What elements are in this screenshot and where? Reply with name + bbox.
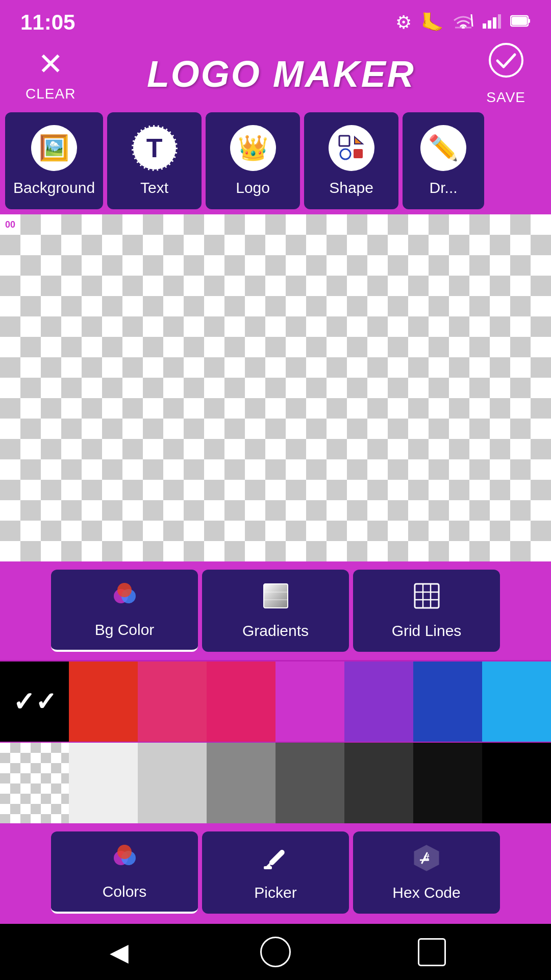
svg-rect-30 (268, 849, 285, 866)
picker-label: Picker (254, 884, 296, 901)
svg-rect-5 (488, 20, 491, 29)
bg-color-icon (111, 581, 139, 615)
save-button[interactable]: SAVE (486, 42, 525, 106)
color-purple[interactable] (344, 662, 413, 742)
colors-label: Colors (103, 883, 147, 900)
color-black-2[interactable] (482, 743, 551, 823)
clear-button[interactable]: ✕ CLEAR (26, 46, 76, 102)
color-magenta[interactable] (276, 662, 344, 742)
battery-icon (510, 14, 531, 31)
svg-point-29 (117, 845, 132, 859)
shape-icon (329, 125, 374, 171)
app-title: LOGO MAKER (147, 53, 415, 95)
tab-gradients[interactable]: Gradients (202, 570, 349, 652)
color-darker-gray[interactable] (344, 743, 413, 823)
footprint-status-icon: 🦶 (421, 12, 444, 33)
canvas-ruler: 00 (0, 214, 20, 235)
nav-back-button[interactable]: ◀ (98, 932, 139, 972)
gradients-icon (262, 582, 290, 616)
tool-text[interactable]: T Text (107, 112, 202, 209)
canvas-area[interactable]: 00 (0, 214, 551, 561)
svg-rect-10 (512, 17, 527, 25)
picker-icon (262, 844, 290, 878)
header: ✕ CLEAR LOGO MAKER SAVE (0, 41, 551, 112)
color-medium-gray[interactable] (207, 743, 276, 823)
nav-recent-button[interactable] (412, 932, 453, 972)
color-very-dark[interactable] (413, 743, 482, 823)
hex-code-icon: # (413, 844, 441, 878)
tool-draw[interactable]: ✏️ Dr... (403, 112, 484, 209)
tab-grid-lines[interactable]: Grid Lines (353, 570, 500, 652)
color-red[interactable] (69, 662, 138, 742)
grid-lines-icon (413, 582, 441, 616)
nav-home-button[interactable] (255, 932, 296, 972)
tab-colors[interactable]: Colors (51, 831, 198, 914)
color-black[interactable]: ✓ (0, 662, 69, 742)
draw-label: Dr... (430, 179, 458, 197)
wifi-icon (453, 13, 473, 32)
canvas-checkerboard (0, 214, 551, 561)
tool-logo[interactable]: 👑 Logo (206, 112, 300, 209)
colors-icon (111, 843, 139, 877)
tab-picker[interactable]: Picker (202, 831, 349, 914)
status-time: 11:05 (20, 10, 75, 35)
toolbar: 🖼️ Background T Text 👑 Logo Shape ✏️ Dr.… (0, 112, 551, 214)
bottom-section: Bg Color Gradients (0, 561, 551, 924)
background-label: Background (13, 179, 95, 197)
nav-bar: ◀ (0, 924, 551, 980)
status-icons: ⚙ 🦶 (395, 12, 531, 33)
gradients-label: Gradients (242, 622, 309, 640)
clear-label: CLEAR (26, 86, 76, 102)
background-icon: 🖼️ (31, 125, 77, 171)
color-blue[interactable] (413, 662, 482, 742)
grid-lines-label: Grid Lines (392, 622, 462, 640)
color-row-2 (0, 742, 551, 823)
save-icon (488, 42, 524, 85)
color-transparent[interactable] (0, 743, 69, 823)
logo-label: Logo (236, 179, 270, 197)
svg-rect-15 (354, 149, 363, 158)
svg-rect-9 (528, 19, 530, 23)
bg-tab-bar: Bg Color Gradients (0, 570, 551, 660)
tool-background[interactable]: 🖼️ Background (5, 112, 103, 209)
bottom-tab-bar: Colors Picker # Hex Code (0, 823, 551, 924)
svg-rect-32 (264, 866, 272, 869)
tab-bg-color[interactable]: Bg Color (51, 570, 198, 652)
svg-rect-19 (264, 584, 288, 608)
color-light-gray[interactable] (138, 743, 207, 823)
svg-rect-22 (415, 584, 439, 608)
svg-point-18 (117, 583, 132, 597)
draw-icon: ✏️ (420, 125, 466, 171)
shape-label: Shape (329, 179, 373, 197)
clear-icon: ✕ (38, 46, 63, 82)
recent-square-icon (418, 938, 446, 966)
text-icon: T (132, 125, 178, 171)
color-pink-red[interactable] (138, 662, 207, 742)
logo-icon: 👑 (230, 125, 276, 171)
svg-rect-6 (493, 17, 496, 29)
tab-hex-code[interactable]: # Hex Code (353, 831, 500, 914)
svg-rect-12 (339, 136, 349, 146)
text-label: Text (140, 179, 168, 197)
svg-point-11 (490, 44, 522, 77)
svg-rect-4 (483, 23, 486, 29)
hex-code-label: Hex Code (392, 884, 460, 901)
settings-status-icon: ⚙ (395, 12, 412, 33)
color-cyan[interactable] (482, 662, 551, 742)
home-circle-icon (260, 937, 291, 967)
svg-point-14 (340, 149, 350, 159)
color-row-1: ✓ (0, 660, 551, 742)
save-label: SAVE (486, 89, 525, 106)
svg-line-3 (471, 14, 472, 27)
signal-icon (483, 13, 501, 32)
tool-shape[interactable]: Shape (304, 112, 398, 209)
color-white[interactable] (69, 743, 138, 823)
color-hot-pink[interactable] (207, 662, 276, 742)
bg-color-label: Bg Color (95, 621, 155, 639)
color-dark-gray[interactable] (276, 743, 344, 823)
status-bar: 11:05 ⚙ 🦶 (0, 0, 551, 41)
svg-point-2 (462, 26, 465, 29)
svg-rect-7 (498, 14, 501, 29)
svg-marker-13 (355, 137, 363, 144)
